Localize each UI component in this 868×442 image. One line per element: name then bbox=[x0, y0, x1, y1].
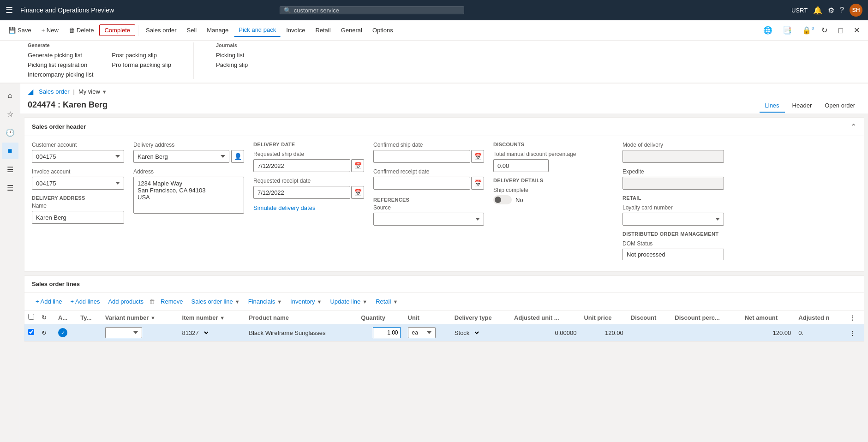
delivery-address-edit-btn[interactable]: 👤 bbox=[231, 150, 244, 163]
remove-button[interactable]: Remove bbox=[157, 296, 186, 307]
inventory-button[interactable]: Inventory ▼ bbox=[287, 296, 325, 307]
retail-menu[interactable]: Retail bbox=[311, 24, 335, 36]
manage-menu[interactable]: Manage bbox=[202, 24, 233, 36]
toolbar-icon-4[interactable]: ↻ bbox=[817, 23, 832, 37]
chevron-down-icon: ▼ bbox=[277, 299, 282, 305]
breadcrumb[interactable]: Sales order bbox=[39, 88, 69, 95]
confirmed-ship-date-input[interactable] bbox=[373, 150, 470, 163]
customer-account-select[interactable]: 004175 bbox=[32, 150, 124, 163]
tab-open-order[interactable]: Open order bbox=[819, 99, 861, 113]
delete-icon: 🗑 bbox=[69, 27, 75, 34]
address-field: Address 1234 Maple Way San Francisco, CA… bbox=[133, 168, 244, 215]
item-number-dropdown[interactable] bbox=[201, 327, 210, 338]
row-checkbox[interactable] bbox=[28, 329, 34, 335]
calendar-icon-4[interactable]: 📅 bbox=[471, 177, 484, 190]
chevron-down-icon: ▼ bbox=[317, 299, 322, 305]
toolbar-icon-5[interactable]: ◻ bbox=[833, 23, 848, 37]
top-nav: ☰ Finance and Operations Preview 🔍 USRT … bbox=[0, 0, 868, 20]
search-bar[interactable]: 🔍 bbox=[280, 6, 464, 14]
tab-header[interactable]: Header bbox=[787, 99, 818, 113]
unit-select[interactable]: ea bbox=[408, 327, 436, 338]
view-selector[interactable]: My view ▼ bbox=[78, 88, 107, 95]
avatar[interactable]: SH bbox=[850, 4, 862, 17]
sidebar-star-icon[interactable]: ☆ bbox=[2, 106, 18, 122]
select-all-checkbox[interactable] bbox=[28, 314, 34, 320]
generate-picking-list[interactable]: Generate picking list bbox=[28, 51, 93, 60]
invoice-menu[interactable]: Invoice bbox=[281, 24, 310, 36]
source-field: Source bbox=[373, 204, 484, 226]
pro-forma-packing-slip[interactable]: Pro forma packing slip bbox=[112, 60, 171, 69]
section-collapse-button[interactable]: ⌃ bbox=[850, 122, 856, 131]
app-title: Finance and Operations Preview bbox=[20, 6, 114, 14]
filter-icon[interactable]: ◢ bbox=[28, 87, 33, 96]
add-products-button[interactable]: Add products bbox=[104, 296, 147, 307]
generate-group: Generate Generate picking list Picking l… bbox=[28, 42, 93, 79]
toolbar-icon-2[interactable]: 📑 bbox=[778, 23, 796, 37]
customer-account-field: Customer account 004175 bbox=[32, 142, 124, 163]
address-textarea[interactable]: 1234 Maple Way San Francisco, CA 94103 U… bbox=[133, 177, 244, 214]
close-button[interactable]: ✕ bbox=[849, 23, 864, 37]
financials-button[interactable]: Financials ▼ bbox=[245, 296, 286, 307]
expedite-input[interactable] bbox=[623, 177, 724, 190]
sidebar-list-icon[interactable]: ☰ bbox=[2, 161, 18, 178]
settings-icon[interactable]: ⚙ bbox=[828, 6, 834, 15]
new-button[interactable]: + New bbox=[37, 24, 63, 36]
sidebar-home-icon[interactable]: ⌂ bbox=[2, 87, 18, 104]
update-line-button[interactable]: Update line ▼ bbox=[326, 296, 371, 307]
table-row: ↻ ✓ 81327 bbox=[24, 324, 864, 341]
help-icon[interactable]: ? bbox=[840, 6, 844, 14]
sales-order-menu[interactable]: Sales order bbox=[141, 24, 181, 36]
delete-button[interactable]: 🗑 Delete bbox=[64, 24, 99, 36]
name-input[interactable] bbox=[32, 211, 124, 224]
complete-button[interactable]: Complete bbox=[99, 24, 135, 36]
sidebar-recent-icon[interactable]: 🕐 bbox=[2, 124, 18, 141]
total-manual-discount-field: Total manual discount percentage bbox=[493, 151, 613, 172]
row-checkbox-cell[interactable] bbox=[24, 324, 38, 341]
picking-list-journal[interactable]: Picking list bbox=[216, 51, 248, 60]
picking-list-registration[interactable]: Picking list registration bbox=[28, 60, 93, 69]
calendar-icon-2[interactable]: 📅 bbox=[351, 186, 364, 199]
chevron-down-icon: ▼ bbox=[235, 299, 240, 305]
sidebar-filter-icon[interactable]: ☰ bbox=[2, 179, 18, 196]
search-input[interactable] bbox=[294, 7, 460, 14]
options-menu[interactable]: Options bbox=[368, 24, 398, 36]
sidebar-module-icon[interactable]: ■ bbox=[2, 143, 18, 159]
delivery-type-dropdown[interactable] bbox=[471, 327, 480, 338]
confirmed-receipt-date-input[interactable] bbox=[373, 177, 470, 190]
calendar-icon-1[interactable]: 📅 bbox=[351, 159, 364, 172]
pick-and-pack-menu[interactable]: Pick and pack bbox=[234, 24, 281, 37]
variant-select[interactable] bbox=[105, 327, 142, 338]
sales-order-line-button[interactable]: Sales order line ▼ bbox=[187, 296, 243, 307]
simulate-link[interactable]: Simulate delivery dates bbox=[253, 204, 364, 211]
quantity-input[interactable] bbox=[373, 327, 401, 338]
notification-icon[interactable]: 🔔 bbox=[813, 6, 822, 15]
chevron-down-icon: ▼ bbox=[362, 299, 367, 305]
retail-lines-button[interactable]: Retail ▼ bbox=[372, 296, 401, 307]
calendar-icon-3[interactable]: 📅 bbox=[471, 150, 484, 163]
dom-status-value: Not processed bbox=[623, 249, 724, 260]
delivery-address-select[interactable]: Karen Berg bbox=[133, 150, 229, 163]
menu-divider bbox=[193, 42, 194, 79]
intercompany-picking-list[interactable]: Intercompany picking list bbox=[28, 70, 93, 79]
tab-lines[interactable]: Lines bbox=[760, 99, 785, 113]
toolbar-icon-1[interactable]: 🌐 bbox=[759, 23, 777, 37]
general-menu[interactable]: General bbox=[336, 24, 367, 36]
add-line-button[interactable]: + Add line bbox=[32, 296, 66, 307]
toolbar-icon-3[interactable]: 🔒0 bbox=[797, 23, 816, 37]
post-packing-slip[interactable]: Post packing slip bbox=[112, 51, 171, 60]
hamburger-icon[interactable]: ☰ bbox=[6, 5, 13, 15]
source-select[interactable] bbox=[373, 213, 484, 226]
row-quantity-cell[interactable] bbox=[357, 324, 404, 341]
discount-input[interactable] bbox=[493, 159, 549, 172]
requested-receipt-date-input[interactable] bbox=[253, 186, 350, 199]
ship-complete-toggle[interactable] bbox=[493, 195, 512, 204]
invoice-account-select[interactable]: 004175 bbox=[32, 177, 124, 190]
sell-menu[interactable]: Sell bbox=[182, 24, 202, 36]
save-button[interactable]: 💾 Save bbox=[4, 24, 36, 36]
loyalty-card-select[interactable] bbox=[623, 213, 724, 226]
requested-ship-date-input[interactable] bbox=[253, 159, 350, 172]
add-lines-button[interactable]: + Add lines bbox=[66, 296, 103, 307]
packing-slip-journal[interactable]: Packing slip bbox=[216, 60, 248, 69]
mode-of-delivery-input[interactable] bbox=[623, 150, 724, 163]
row-more-cell[interactable]: ⋮ bbox=[846, 324, 864, 341]
